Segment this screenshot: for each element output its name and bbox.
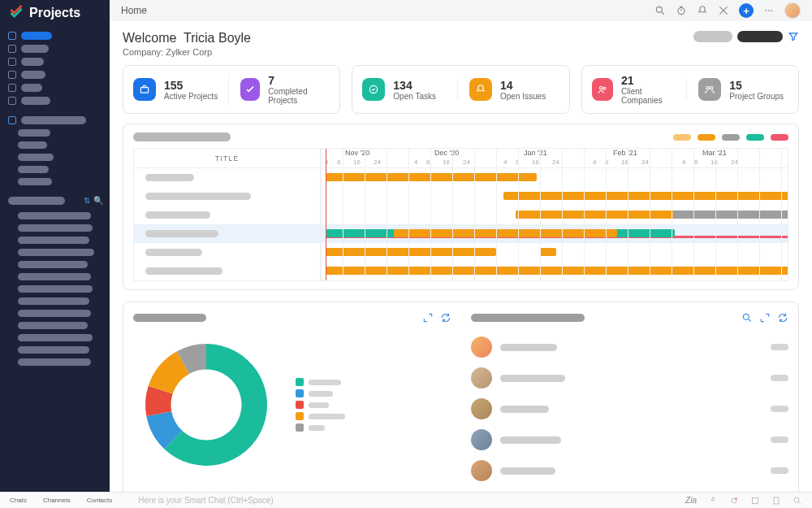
bottom-tab-chats[interactable]: Chats [10, 497, 27, 504]
view-pill-active[interactable] [737, 31, 783, 42]
check-icon [240, 78, 260, 101]
sidebar-subitem[interactable] [0, 319, 110, 332]
sidebar-item[interactable] [0, 81, 110, 94]
svg-point-19 [736, 497, 737, 499]
alert-icon [469, 78, 492, 101]
smart-chat-hint[interactable]: Here is your Smart Chat (Ctrl+Space) [138, 496, 273, 505]
sidebar-subitem[interactable] [0, 163, 110, 176]
view-pill[interactable] [693, 31, 732, 42]
sidebar-subitem[interactable] [0, 295, 110, 307]
svg-point-13 [603, 87, 606, 89]
svg-point-22 [794, 497, 799, 502]
sidebar-subitem[interactable] [0, 246, 110, 258]
breadcrumb[interactable]: Home [121, 5, 147, 16]
sidebar-subitem[interactable] [0, 307, 110, 319]
gantt-row-label[interactable] [134, 187, 320, 206]
stat-card-clients: 21Client Companies 15Project Groups [581, 65, 799, 114]
refresh-icon[interactable] [777, 312, 788, 323]
panel-title [471, 314, 585, 322]
person-row[interactable] [471, 363, 789, 393]
user-avatar[interactable] [784, 2, 801, 19]
tools-icon[interactable] [718, 5, 729, 16]
expand-icon[interactable] [759, 312, 771, 323]
group-icon [698, 78, 721, 101]
sidebar-item[interactable] [0, 68, 110, 81]
sidebar-subitem[interactable] [0, 151, 110, 163]
welcome-row: Welcome Tricia Boyle Company: Zylker Cor… [110, 21, 812, 62]
svg-line-1 [662, 12, 664, 15]
donut-panel [123, 302, 461, 492]
gantt-row-label[interactable] [134, 168, 320, 187]
bottombar: Chats Channels Contacts Here is your Sma… [0, 492, 812, 508]
active-projects-label: Active Projects [164, 92, 218, 101]
bottom-tab-channels[interactable]: Channels [43, 497, 71, 504]
gantt-timeline: Nov '20Dec '20Jan '21Feb '21Mar '21Ap481… [321, 149, 788, 168]
bb-icon[interactable] [793, 496, 802, 506]
open-tasks-label: Open Tasks [393, 92, 436, 101]
bb-icon[interactable] [708, 496, 718, 506]
search-icon[interactable]: 🔍 [93, 196, 103, 205]
svg-point-9 [771, 10, 773, 11]
sidebar-subitem[interactable] [0, 344, 110, 356]
sidebar-subitem[interactable] [0, 258, 110, 271]
svg-rect-20 [753, 497, 758, 503]
person-row[interactable] [471, 332, 789, 363]
refresh-icon[interactable] [440, 312, 451, 323]
project-groups-label: Project Groups [729, 92, 784, 101]
expand-icon[interactable] [422, 312, 434, 323]
sidebar-subitem[interactable] [0, 234, 110, 246]
stat-card-projects: 155Active Projects 7Completed Projects [123, 65, 340, 114]
sidebar-subitem[interactable] [0, 271, 110, 283]
timer-icon[interactable] [676, 5, 687, 16]
person-row[interactable] [471, 424, 789, 455]
bb-icon[interactable]: Zia [685, 496, 697, 506]
sidebar-item[interactable] [0, 55, 110, 68]
bottom-tab-contacts[interactable]: Contacts [87, 497, 113, 504]
bb-icon[interactable] [750, 496, 760, 506]
sidebar-subitem[interactable] [0, 127, 110, 139]
sort-icon[interactable]: ⇅ [84, 196, 90, 205]
stat-card-tasks: 134Open Tasks 14Open Issues [352, 65, 569, 114]
sidebar-subitem[interactable] [0, 332, 110, 344]
sidebar-group-head[interactable] [0, 114, 110, 127]
gantt-row-label-active[interactable] [134, 224, 320, 243]
bb-icon[interactable] [771, 496, 781, 506]
sidebar-subitem[interactable] [0, 222, 110, 234]
panel-title [133, 314, 206, 322]
gantt-row-label[interactable] [134, 243, 320, 262]
logo-icon [8, 5, 24, 21]
sidebar-subitem[interactable] [0, 356, 110, 368]
gantt-row-label[interactable] [134, 262, 320, 280]
sidebar-item[interactable] [0, 42, 110, 55]
active-projects-num: 155 [164, 79, 218, 92]
bottom-panels [123, 302, 799, 492]
svg-rect-21 [774, 497, 779, 504]
search-icon[interactable] [741, 312, 753, 323]
client-companies-label: Client Companies [621, 87, 681, 105]
people-panel [461, 302, 799, 492]
sidebar-item-home[interactable] [0, 29, 110, 42]
person-row[interactable] [471, 455, 789, 486]
bell-icon[interactable] [697, 5, 708, 16]
add-button[interactable]: + [739, 3, 754, 18]
gantt-row-label[interactable] [134, 206, 320, 224]
sidebar-subitem[interactable] [0, 283, 110, 295]
sidebar-subitem[interactable] [0, 210, 110, 222]
company-line: Company: Zylker Corp [123, 47, 251, 57]
sidebar-subitem[interactable] [0, 139, 110, 151]
main-content: Welcome Tricia Boyle Company: Zylker Cor… [110, 21, 812, 492]
svg-rect-10 [140, 88, 148, 93]
app-logo[interactable]: Projects [0, 0, 110, 26]
project-groups-num: 15 [729, 79, 784, 92]
gantt-legend [673, 134, 788, 141]
menu-icon[interactable] [763, 5, 775, 16]
sidebar-item[interactable] [0, 94, 110, 107]
gantt-chart: TITLE Nov '20Dec '20Jan '21Feb '21Mar '2… [133, 148, 788, 281]
sidebar-group-head-2[interactable]: ⇅🔍 [0, 191, 110, 206]
filter-icon[interactable] [788, 31, 799, 42]
person-row[interactable] [471, 393, 789, 424]
sidebar-subitem[interactable] [0, 176, 110, 188]
bb-icon[interactable] [729, 496, 739, 506]
search-icon[interactable] [654, 5, 666, 16]
open-tasks-num: 134 [393, 79, 436, 92]
